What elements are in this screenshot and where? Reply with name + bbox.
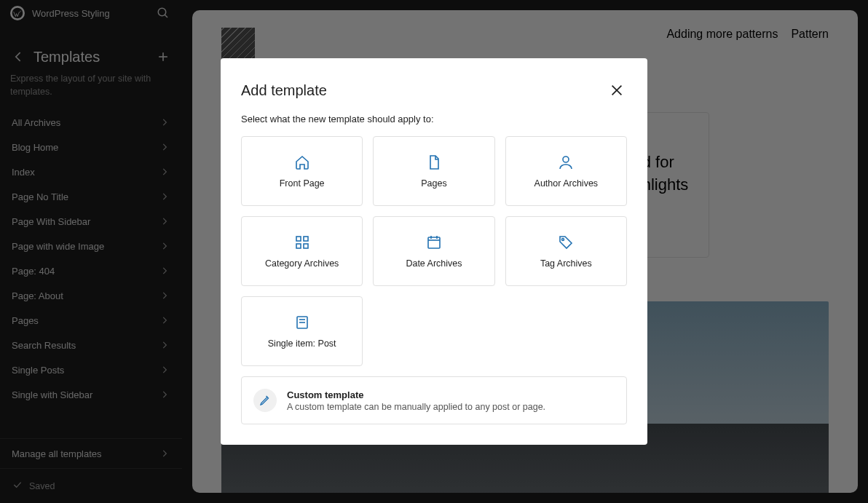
- template-tile-grid: Front Page Pages Author Archives Categor…: [241, 136, 627, 286]
- pencil-icon: [253, 389, 277, 412]
- tile-label: Tag Archives: [540, 258, 592, 269]
- tile-label: Category Archives: [265, 258, 339, 269]
- single-post-icon: [293, 314, 311, 331]
- svg-rect-11: [304, 244, 308, 248]
- modal-overlay: Add template Select what the new templat…: [0, 0, 868, 503]
- custom-subtitle: A custom template can be manually applie…: [287, 402, 545, 412]
- tile-category-archives[interactable]: Category Archives: [241, 216, 363, 286]
- tile-author-archives[interactable]: Author Archives: [505, 136, 627, 206]
- tile-date-archives[interactable]: Date Archives: [373, 216, 494, 286]
- svg-rect-8: [296, 237, 301, 241]
- tile-single-post[interactable]: Single item: Post: [241, 296, 363, 366]
- tag-icon: [557, 234, 575, 251]
- tile-front-page[interactable]: Front Page: [241, 136, 363, 206]
- tile-label: Pages: [421, 178, 446, 189]
- tile-custom-template[interactable]: Custom template A custom template can be…: [241, 376, 627, 424]
- svg-point-7: [563, 157, 569, 162]
- close-button[interactable]: [607, 80, 627, 100]
- page-icon: [425, 154, 443, 171]
- author-icon: [557, 154, 575, 171]
- tile-tag-archives[interactable]: Tag Archives: [505, 216, 627, 286]
- svg-rect-10: [296, 244, 301, 248]
- home-icon: [293, 154, 311, 171]
- modal-title: Add template: [241, 82, 327, 99]
- tile-pages[interactable]: Pages: [373, 136, 494, 206]
- add-template-modal: Add template Select what the new templat…: [221, 58, 647, 445]
- tile-label: Single item: Post: [268, 338, 336, 349]
- custom-title: Custom template: [287, 389, 545, 400]
- category-icon: [293, 234, 311, 251]
- custom-text: Custom template A custom template can be…: [287, 389, 545, 412]
- modal-header: Add template: [241, 80, 627, 100]
- date-icon: [425, 234, 443, 251]
- svg-point-16: [562, 239, 564, 241]
- modal-description: Select what the new template should appl…: [241, 114, 627, 124]
- svg-rect-12: [428, 237, 440, 248]
- tile-label: Front Page: [280, 178, 325, 189]
- single-tile-row: Single item: Post: [241, 296, 627, 366]
- svg-rect-9: [304, 237, 308, 241]
- tile-label: Date Archives: [406, 258, 462, 269]
- custom-row: Custom template A custom template can be…: [241, 376, 627, 424]
- tile-label: Author Archives: [534, 178, 599, 189]
